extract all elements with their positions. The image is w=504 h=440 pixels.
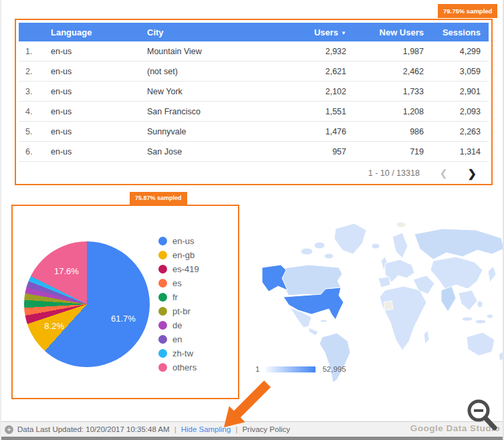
cell-new_users: 1,208 — [354, 107, 433, 116]
legend-label: es-419 — [172, 264, 199, 274]
cell-index: 2. — [19, 67, 51, 76]
legend-label: others — [172, 362, 197, 372]
cell-users: 2,932 — [295, 47, 354, 56]
cell-city: Mountain View — [147, 47, 295, 56]
cell-city: Sunnyvale — [147, 127, 295, 136]
header-sessions[interactable]: Sessions — [433, 27, 489, 37]
pie-sampled-badge: 75.87% sampled — [130, 192, 187, 205]
cell-users: 2,102 — [295, 87, 354, 96]
zoom-out-icon[interactable] — [464, 398, 500, 435]
pie-percent-label: 61.7% — [111, 313, 136, 323]
header-new-users[interactable]: New Users — [354, 27, 433, 37]
cell-new_users: 1,987 — [354, 47, 433, 56]
data-table-card: Language City Users▼ New Users Sessions … — [15, 19, 493, 185]
country-australia[interactable] — [467, 332, 495, 356]
pagination-next-icon[interactable]: ❯ — [468, 167, 477, 180]
country-brazil[interactable] — [320, 333, 350, 382]
cell-city: New York — [147, 87, 295, 96]
legend-label: fr — [172, 292, 178, 302]
legend-item[interactable]: en — [158, 332, 199, 346]
cell-language: en-us — [51, 107, 147, 116]
legend-item[interactable]: fr — [158, 290, 199, 304]
table-row[interactable]: 3.en-usNew York2,1021,7332,901 — [19, 82, 489, 102]
country-japan[interactable] — [488, 266, 496, 282]
pie-area: en-usen-gbes-419esfrpt-brdeenzh-twothers… — [13, 206, 238, 398]
header-users-label: Users — [314, 27, 338, 37]
sort-desc-icon[interactable]: ▼ — [341, 30, 346, 36]
legend-dot — [158, 251, 167, 259]
legend-item[interactable]: en-us — [158, 234, 199, 248]
cell-language: en-us — [51, 67, 147, 76]
legend-item[interactable]: de — [158, 318, 199, 332]
header-city[interactable]: City — [147, 27, 295, 37]
cell-sessions: 2,901 — [433, 87, 489, 96]
header-language[interactable]: Language — [51, 27, 147, 37]
legend-item[interactable]: es-419 — [158, 262, 199, 276]
legend-item[interactable]: es — [158, 276, 199, 290]
table-row[interactable]: 6.en-usSan Jose9577191,314 — [19, 142, 489, 162]
table-pagination: 1 - 10 / 13318 ❮ ❯ — [19, 162, 489, 185]
annotation-arrow-icon — [219, 378, 273, 431]
cell-city: (not set) — [147, 67, 295, 76]
cell-new_users: 1,733 — [354, 87, 433, 96]
cell-language: en-us — [51, 127, 147, 136]
cell-users: 1,551 — [295, 107, 354, 116]
pagination-prev-icon[interactable]: ❮ — [440, 168, 448, 179]
map-color-legend: 1 52,995 — [255, 365, 346, 373]
last-updated-text: Data Last Updated: 10/20/2017 10:35:48 A… — [17, 425, 170, 433]
cell-language: en-us — [51, 47, 147, 56]
legend-label: es — [172, 278, 182, 288]
cell-index: 4. — [19, 107, 51, 116]
table-sampled-badge: 79.75% sampled — [438, 4, 497, 18]
map-legend-max: 52,995 — [322, 365, 346, 373]
cell-sessions: 4,299 — [433, 47, 489, 56]
header-users[interactable]: Users▼ — [295, 27, 354, 37]
country-greenland[interactable] — [334, 223, 366, 254]
cell-new_users: 719 — [354, 147, 433, 156]
legend-dot — [158, 293, 167, 302]
cell-users: 2,621 — [295, 67, 354, 76]
cell-city: San Jose — [147, 147, 295, 156]
legend-item[interactable]: en-gb — [158, 248, 199, 262]
cell-index: 3. — [19, 87, 51, 96]
country-india[interactable] — [441, 286, 456, 312]
window-bottom-edge — [1, 437, 504, 440]
cell-sessions: 1,314 — [433, 147, 489, 156]
pagination-range: 1 - 10 / 13318 — [368, 169, 420, 178]
table-row[interactable]: 4.en-usSan Francisco1,5511,2082,093 — [19, 102, 489, 122]
cell-new_users: 986 — [354, 127, 433, 136]
legend-label: en-us — [172, 236, 195, 246]
table-body: 1.en-usMountain View2,9321,9874,2992.en-… — [19, 41, 489, 162]
cell-city: San Francisco — [147, 107, 295, 116]
cell-users: 1,476 — [295, 127, 354, 136]
pie-percent-label: 8.2% — [44, 320, 64, 330]
legend-label: de — [172, 320, 182, 330]
pie-legend: en-usen-gbes-419esfrpt-brdeenzh-twothers — [158, 234, 199, 374]
pie-chart-card: en-usen-gbes-419esfrpt-brdeenzh-twothers… — [11, 205, 239, 399]
cell-sessions: 2,263 — [433, 127, 489, 136]
cell-language: en-us — [51, 87, 147, 96]
cell-index: 6. — [19, 147, 51, 156]
legend-dot — [158, 279, 167, 288]
geo-map-card: 1 52,995 — [242, 209, 504, 399]
legend-label: pt-br — [172, 306, 191, 316]
legend-item[interactable]: zh-tw — [158, 346, 199, 360]
refresh-icon[interactable]: + — [5, 425, 13, 434]
legend-item[interactable]: pt-br — [158, 304, 199, 318]
legend-dot — [158, 335, 167, 344]
table-row[interactable]: 1.en-usMountain View2,9321,9874,299 — [19, 41, 489, 62]
legend-dot — [158, 237, 167, 245]
cell-index: 1. — [19, 47, 51, 56]
cell-language: en-us — [51, 147, 147, 156]
country-russia[interactable] — [414, 229, 504, 259]
legend-item[interactable]: others — [158, 360, 199, 374]
legend-dot — [158, 363, 167, 372]
legend-dot — [158, 307, 167, 316]
table-row[interactable]: 2.en-us(not set)2,6212,4623,059 — [19, 62, 489, 82]
legend-dot — [158, 349, 167, 358]
table-row[interactable]: 5.en-usSunnyvale1,4769862,263 — [19, 122, 489, 142]
cell-sessions: 3,059 — [433, 67, 489, 76]
legend-dot — [158, 265, 167, 273]
cell-users: 957 — [295, 147, 354, 156]
pie-chart[interactable] — [24, 241, 150, 367]
